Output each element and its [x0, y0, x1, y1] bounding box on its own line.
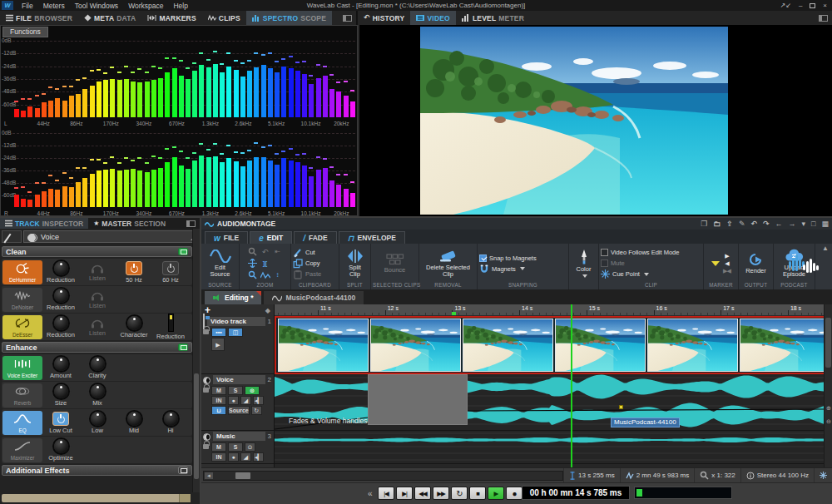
input-button[interactable]: IN [211, 452, 226, 462]
knob-hi[interactable] [164, 412, 178, 426]
undo-icon[interactable]: ↶ [750, 220, 757, 228]
forward-button[interactable]: ▶▶ [433, 487, 449, 500]
section-header-clean[interactable]: Clean [2, 246, 192, 257]
music-clip-row[interactable] [275, 431, 824, 464]
button-color[interactable]: Color [575, 249, 593, 279]
track-name-label[interactable]: Video track [207, 317, 265, 326]
lock-icon[interactable] [203, 444, 209, 449]
loop-button[interactable]: ↻ [451, 487, 468, 500]
speaker-icon[interactable]: ◂▎ [253, 396, 264, 405]
thumbnail-mode-button[interactable]: ▪▪▪ [211, 328, 226, 337]
status-x-1-322[interactable]: x 1: 322 [694, 468, 740, 482]
control-low-cut[interactable]: Low Cut [42, 412, 79, 434]
module-button-maximizer[interactable]: Maximizer [2, 438, 42, 462]
control-reduction[interactable]: Reduction [42, 316, 79, 338]
rewind-button[interactable]: ◀◀ [414, 487, 431, 500]
tab-mastersection[interactable]: ★MASTERSECTION [88, 218, 171, 229]
source-button[interactable]: Source [228, 406, 250, 415]
ribbon-collapse-icon[interactable]: ▲ [822, 245, 829, 252]
lock-icon[interactable] [203, 388, 209, 393]
timeline-vertical-scrollbar[interactable]: ⊕ ⊖ [824, 304, 832, 467]
time-display[interactable]: 00 h 00 mn 14 s 785 ms [522, 486, 630, 500]
knob-mid[interactable] [127, 412, 141, 426]
envelope-handle[interactable] [619, 405, 623, 409]
envelope-button[interactable]: ⊔ [211, 406, 226, 415]
notes-icon[interactable]: ✎ [739, 220, 745, 228]
zoom-vertical-icon[interactable]: ↕ [272, 269, 284, 280]
menu-meters[interactable]: Meters [38, 2, 70, 10]
checkbox-snap-to-magnets[interactable] [479, 254, 487, 262]
control-clarity[interactable]: Clarity [79, 357, 116, 379]
document-tab-musicpodcast-44100[interactable]: MusicPodcast-44100 [264, 291, 364, 304]
tab-clips[interactable]: CLIPS [202, 11, 246, 25]
module-button-reverb[interactable]: Reverb [2, 383, 42, 408]
control-listen[interactable]: Listen [79, 290, 116, 309]
knob-optimize[interactable] [54, 439, 68, 453]
checkbox-video-follows-edit-mode[interactable] [601, 249, 608, 256]
document-tab-editing[interactable]: Editing * [205, 291, 261, 304]
tab-markers[interactable]: MARKERS [141, 11, 201, 25]
zoom-selection-icon[interactable] [247, 246, 259, 257]
effects-slot-bar[interactable] [2, 494, 191, 502]
channel-selector[interactable]: Voice [23, 230, 197, 243]
button-split-clip[interactable]: Split Clip [341, 249, 369, 279]
track-name-label[interactable]: Music [213, 432, 265, 441]
control-50-hz[interactable]: 50 Hz [116, 261, 152, 284]
section-toggle-button[interactable] [178, 343, 188, 351]
add-track-button[interactable]: + [205, 304, 210, 316]
knob-character[interactable] [127, 316, 141, 330]
to-end-button[interactable]: ▶| [396, 487, 413, 500]
item-magnets[interactable]: Magnets [479, 264, 525, 274]
video-track-header[interactable]: Video track1▪▪▪◫▶ [201, 316, 274, 374]
menu-tool-windows[interactable]: Tool Windows [70, 2, 123, 10]
refresh-icon[interactable]: ↻ [251, 406, 262, 415]
control-hi[interactable]: Hi [152, 412, 189, 434]
open-folder-icon[interactable]: 🗀 [713, 220, 721, 228]
module-button-deesser[interactable]: DeEsser [2, 315, 42, 339]
item-snap-to-magnets[interactable]: Snap to Magnets [479, 253, 537, 263]
record-icon[interactable]: ● [228, 452, 239, 462]
item-cue-point[interactable]: Cue Point [601, 269, 649, 279]
selection-box[interactable] [368, 374, 468, 425]
music-track-header[interactable]: Music3MS⊙IN●◢◂▎ [201, 431, 274, 464]
status-extra-icon[interactable] [814, 468, 832, 482]
power-button-50-hz[interactable] [126, 261, 142, 275]
input-button[interactable]: IN [211, 396, 226, 405]
section-toggle-button[interactable] [178, 467, 188, 474]
knob-reduction[interactable] [54, 261, 68, 275]
knob-mix[interactable] [91, 384, 105, 398]
tab-video[interactable]: VIDEO [410, 11, 455, 25]
knob-clarity[interactable] [91, 357, 105, 371]
tab-metadata[interactable]: METADATA [78, 11, 141, 25]
control-reduction[interactable]: Reduction [42, 289, 79, 311]
control-mid[interactable]: Mid [116, 412, 152, 434]
ribbon-tab-fade[interactable]: /FADE [294, 231, 336, 244]
section-header-enhance[interactable]: Enhance [2, 342, 192, 353]
control-optimize[interactable]: Optimize [42, 439, 79, 462]
timeline-horizontal-scrollbar[interactable]: ◄ [203, 471, 563, 481]
knob-size[interactable] [54, 384, 68, 398]
functions-button[interactable]: Functions [2, 27, 48, 37]
module-button-eq[interactable]: EQ [2, 411, 42, 435]
power-button-60-hz[interactable] [162, 261, 179, 275]
speaker-icon[interactable]: ◂▎ [253, 452, 264, 462]
minimize-icon[interactable]: – [799, 2, 802, 10]
button-edit-source[interactable]: Edit Source [203, 249, 237, 279]
voice-clip-row[interactable]: Fades & Volume handles MusicPodcast-4410… [275, 374, 824, 431]
monitor-button[interactable]: ⊙ [245, 386, 260, 395]
clip-name-label[interactable]: MusicPodcast-44100 [611, 418, 680, 427]
button-render[interactable]: Render [744, 252, 768, 275]
menu-file[interactable]: File [17, 2, 38, 10]
solo-button[interactable]: S [228, 386, 243, 395]
marker-pair-icon[interactable]: ▶◀ [723, 268, 730, 274]
section-toggle-button[interactable] [178, 248, 188, 255]
item-copy[interactable]: Copy [293, 259, 320, 269]
module-button-voice-exciter[interactable]: Voice Exciter [2, 356, 42, 380]
control-reduction[interactable]: Reduction [152, 314, 189, 340]
section-header-additional-effects[interactable]: Additional Effects [2, 465, 192, 476]
play-button[interactable]: ▶ [488, 487, 504, 500]
marker-prev-icon[interactable]: ◀ [725, 260, 728, 266]
timeline[interactable]: 11 s12 s13 s14 s15 s16 s17 s18 s F [275, 304, 824, 467]
record-icon[interactable]: ● [228, 396, 239, 405]
item-cut[interactable]: Cut [293, 248, 315, 258]
